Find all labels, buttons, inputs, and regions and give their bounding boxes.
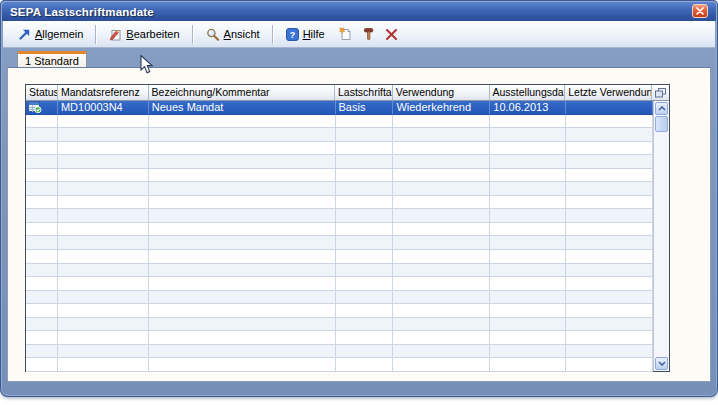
table-cell[interactable] bbox=[149, 277, 336, 291]
table-cell[interactable] bbox=[566, 209, 653, 223]
table-cell[interactable] bbox=[393, 318, 490, 332]
table-cell[interactable] bbox=[26, 264, 58, 278]
table-row-empty[interactable] bbox=[26, 318, 653, 332]
table-cell[interactable] bbox=[58, 182, 149, 196]
table-row-empty[interactable] bbox=[26, 264, 653, 278]
table-cell[interactable] bbox=[490, 155, 566, 169]
table-cell[interactable] bbox=[26, 277, 58, 291]
table-cell[interactable] bbox=[393, 169, 490, 183]
tools-button[interactable] bbox=[357, 24, 380, 44]
table-cell[interactable] bbox=[566, 250, 653, 264]
table-cell[interactable]: Neues Mandat bbox=[149, 101, 336, 115]
table-cell[interactable] bbox=[336, 169, 394, 183]
table-cell[interactable] bbox=[566, 155, 653, 169]
table-cell[interactable] bbox=[58, 331, 149, 345]
table-cell[interactable] bbox=[336, 182, 394, 196]
table-cell[interactable] bbox=[490, 209, 566, 223]
table-cell[interactable] bbox=[336, 291, 394, 305]
table-cell[interactable] bbox=[26, 142, 58, 156]
table-row-empty[interactable] bbox=[26, 155, 653, 169]
table-cell[interactable]: 10.06.2013 bbox=[490, 101, 566, 115]
table-cell[interactable] bbox=[58, 196, 149, 210]
table-cell[interactable] bbox=[393, 304, 490, 318]
table-cell[interactable] bbox=[58, 304, 149, 318]
table-cell[interactable] bbox=[490, 169, 566, 183]
column-header-mandatsreferenz[interactable]: Mandatsreferenz bbox=[58, 85, 149, 100]
table-cell[interactable] bbox=[26, 182, 58, 196]
table-cell[interactable] bbox=[336, 345, 394, 359]
table-cell[interactable] bbox=[26, 236, 58, 250]
table-cell[interactable] bbox=[26, 115, 58, 129]
column-chooser-button[interactable] bbox=[652, 85, 669, 100]
table-cell[interactable] bbox=[566, 304, 653, 318]
table-cell[interactable]: Basis bbox=[336, 101, 394, 115]
table-cell[interactable] bbox=[566, 196, 653, 210]
table-cell[interactable] bbox=[490, 264, 566, 278]
delete-button[interactable] bbox=[380, 25, 403, 44]
table-cell[interactable] bbox=[58, 277, 149, 291]
table-cell[interactable] bbox=[149, 155, 336, 169]
table-cell[interactable] bbox=[26, 223, 58, 237]
table-cell[interactable] bbox=[490, 196, 566, 210]
table-cell[interactable] bbox=[336, 264, 394, 278]
table-cell[interactable] bbox=[336, 304, 394, 318]
table-cell[interactable] bbox=[490, 236, 566, 250]
table-cell[interactable] bbox=[566, 142, 653, 156]
table-cell[interactable] bbox=[336, 142, 394, 156]
table-cell[interactable] bbox=[149, 236, 336, 250]
table-cell[interactable] bbox=[26, 291, 58, 305]
table-cell[interactable] bbox=[26, 250, 58, 264]
new-document-button[interactable] bbox=[333, 24, 357, 44]
table-cell[interactable] bbox=[336, 223, 394, 237]
table-cell[interactable] bbox=[490, 358, 566, 372]
table-cell[interactable] bbox=[393, 223, 490, 237]
allgemein-button[interactable]: Allgemein bbox=[10, 24, 91, 45]
table-cell[interactable] bbox=[336, 318, 394, 332]
table-cell[interactable] bbox=[26, 358, 58, 372]
table-cell[interactable] bbox=[58, 223, 149, 237]
table-cell[interactable] bbox=[149, 345, 336, 359]
table-cell[interactable] bbox=[149, 209, 336, 223]
table-cell[interactable] bbox=[149, 128, 336, 142]
table-cell[interactable] bbox=[58, 128, 149, 142]
table-cell[interactable] bbox=[26, 169, 58, 183]
table-cell[interactable] bbox=[393, 142, 490, 156]
table-cell[interactable] bbox=[26, 155, 58, 169]
table-cell[interactable] bbox=[58, 142, 149, 156]
table-row-empty[interactable] bbox=[26, 169, 653, 183]
column-header-bezeichnung-kommentar[interactable]: Bezeichnung/Kommentar bbox=[149, 85, 335, 100]
table-cell[interactable] bbox=[393, 182, 490, 196]
table-cell[interactable] bbox=[336, 250, 394, 264]
table-cell[interactable] bbox=[149, 250, 336, 264]
table-cell[interactable] bbox=[490, 331, 566, 345]
table-cell[interactable] bbox=[393, 128, 490, 142]
table-cell[interactable] bbox=[336, 236, 394, 250]
table-cell[interactable] bbox=[149, 291, 336, 305]
table-cell[interactable] bbox=[58, 115, 149, 129]
table-cell[interactable] bbox=[58, 358, 149, 372]
table-cell[interactable] bbox=[26, 345, 58, 359]
scrollbar-thumb[interactable] bbox=[655, 116, 668, 132]
table-cell[interactable] bbox=[58, 291, 149, 305]
table-cell[interactable] bbox=[490, 115, 566, 129]
table-cell[interactable] bbox=[490, 182, 566, 196]
table-cell[interactable] bbox=[393, 277, 490, 291]
table-cell[interactable] bbox=[149, 182, 336, 196]
table-row-empty[interactable] bbox=[26, 128, 653, 142]
table-cell[interactable] bbox=[393, 196, 490, 210]
table-cell[interactable] bbox=[58, 345, 149, 359]
table-cell[interactable] bbox=[566, 318, 653, 332]
table-cell[interactable] bbox=[58, 264, 149, 278]
table-cell[interactable] bbox=[58, 318, 149, 332]
table-cell[interactable] bbox=[566, 169, 653, 183]
table-cell[interactable] bbox=[490, 304, 566, 318]
table-cell[interactable] bbox=[566, 101, 653, 115]
table-cell[interactable] bbox=[149, 169, 336, 183]
table-cell[interactable] bbox=[336, 155, 394, 169]
table-cell[interactable] bbox=[393, 250, 490, 264]
hilfe-button[interactable]: ? Hilfe bbox=[278, 24, 333, 45]
table-cell[interactable] bbox=[566, 264, 653, 278]
table-cell[interactable] bbox=[490, 223, 566, 237]
table-cell[interactable]: Wiederkehrend bbox=[393, 101, 490, 115]
table-cell[interactable] bbox=[393, 236, 490, 250]
